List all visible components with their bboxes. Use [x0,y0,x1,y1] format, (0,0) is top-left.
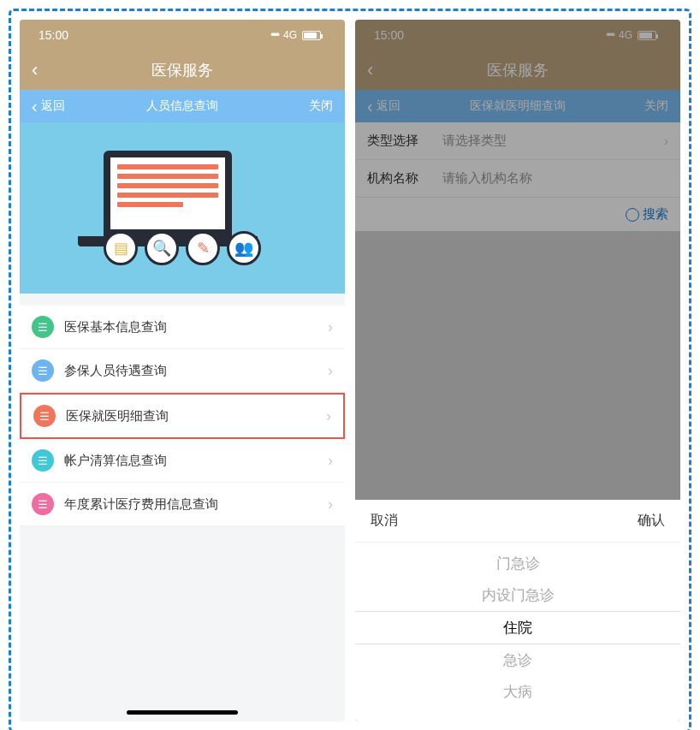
menu-icon: ☰ [32,449,54,472]
picker-option[interactable]: 住院 [355,611,680,644]
type-label: 类型选择 [367,133,427,149]
signal-icon [270,29,278,41]
chevron-right-icon: › [326,407,331,425]
people-icon: 👥 [227,231,261,265]
pencil-icon: ✎ [186,231,220,265]
menu-list: ☰医保基本信息查询›☰参保人员待遇查询›☰医保就医明细查询›☰帐户清算信息查询›… [20,306,345,526]
org-label: 机构名称 [367,170,427,187]
menu-item[interactable]: ☰年度累计医疗费用信息查询› [20,483,345,526]
hero-illustration: ▤ 🔍 ✎ 👥 [20,122,345,294]
nav-sub: 返回 医保就医明细查询 关闭 [355,90,680,122]
chevron-right-icon: › [328,452,333,470]
nav-sub-close[interactable]: 关闭 [309,98,333,114]
status-time: 15:00 [39,28,68,42]
phone-left-person-info-query: 15:00 4G ‹ 医保服务 返回 人员信息查询 关闭 [20,20,345,721]
org-placeholder: 请输入机构名称 [442,170,668,187]
chevron-right-icon: › [664,134,668,149]
status-bar: 15:00 4G [20,20,345,50]
chevron-right-icon: › [328,496,333,513]
menu-item[interactable]: ☰帐户清算信息查询› [20,439,345,483]
battery-icon [302,31,321,40]
nav-main-title: 医保服务 [151,60,213,80]
nav-sub-title: 人员信息查询 [146,98,218,114]
picker-option[interactable]: 大病 [355,676,680,708]
menu-item[interactable]: ☰参保人员待遇查询› [20,349,345,393]
signal-icon [606,29,614,41]
menu-label: 医保就医明细查询 [66,408,316,424]
menu-item[interactable]: ☰医保基本信息查询› [20,306,345,349]
search-label: 搜索 [643,206,668,223]
status-right: 4G [270,29,321,41]
menu-label: 年度累计医疗费用信息查询 [64,496,317,513]
nav-sub: 返回 人员信息查询 关闭 [20,90,345,122]
chevron-right-icon: › [328,318,333,336]
back-icon[interactable]: ‹ [32,59,38,81]
back-icon[interactable]: ‹ [367,59,373,81]
search-icon: 🔍 [145,231,179,265]
menu-icon: ☰ [33,405,56,427]
type-select-row[interactable]: 类型选择 请选择类型 › [355,122,680,160]
network-label: 4G [283,29,297,41]
picker-options[interactable]: 门急诊内设门急诊住院急诊大病 [355,543,680,721]
battery-icon [638,31,656,40]
nav-main: ‹ 医保服务 [20,50,345,90]
picker-option[interactable]: 门急诊 [355,548,680,579]
nav-sub-close[interactable]: 关闭 [644,98,668,114]
phone-right-medical-detail-query: 15:00 4G ‹ 医保服务 返回 医保就医明细查询 关闭 类型选择 请选 [355,20,680,721]
org-input-row[interactable]: 机构名称 请输入机构名称 [355,160,680,198]
status-bar: 15:00 4G [355,20,680,50]
status-time: 15:00 [374,28,404,42]
menu-label: 医保基本信息查询 [64,319,317,335]
type-picker: 取消 确认 门急诊内设门急诊住院急诊大病 [355,500,680,721]
nav-sub-back[interactable]: 返回 [32,98,65,115]
menu-icon: ☰ [32,359,54,382]
type-placeholder: 请选择类型 [442,133,649,149]
nav-main: ‹ 医保服务 [355,50,680,90]
status-right: 4G [606,29,656,41]
picker-cancel[interactable]: 取消 [371,512,398,530]
query-form: 类型选择 请选择类型 › 机构名称 请输入机构名称 搜索 [355,122,680,231]
menu-label: 参保人员待遇查询 [64,363,317,379]
menu-icon: ☰ [32,316,54,338]
nav-sub-title: 医保就医明细查询 [470,98,566,114]
picker-option[interactable]: 内设门急诊 [355,579,680,611]
menu-label: 帐户清算信息查询 [64,453,317,469]
menu-item[interactable]: ☰医保就医明细查询› [20,393,345,439]
doc-icon: ▤ [104,231,138,265]
nav-sub-back[interactable]: 返回 [367,98,400,115]
nav-main-title: 医保服务 [487,60,549,80]
home-indicator[interactable] [127,710,238,715]
menu-icon: ☰ [32,493,54,515]
picker-option[interactable]: 急诊 [355,644,680,676]
picker-confirm[interactable]: 确认 [638,512,665,530]
chevron-right-icon: › [328,362,333,380]
search-button[interactable]: 搜索 [355,198,680,231]
network-label: 4G [619,29,632,41]
